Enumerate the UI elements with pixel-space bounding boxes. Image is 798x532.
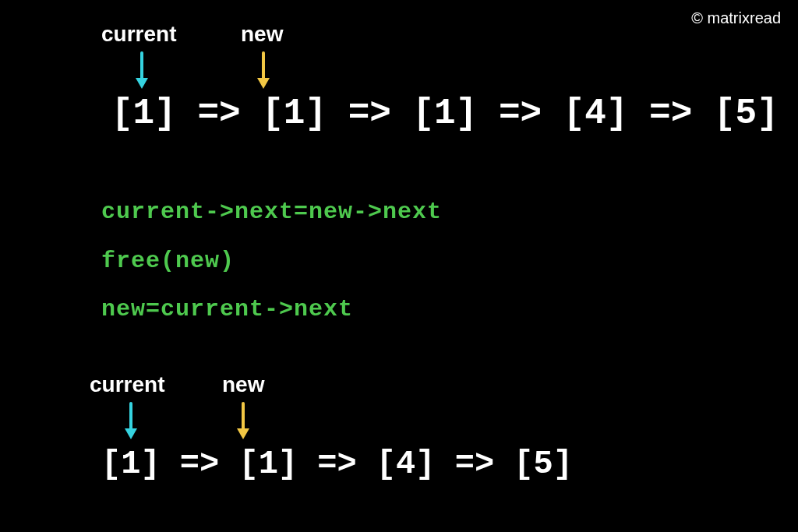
arrow-new-bottom xyxy=(234,402,252,441)
label-new-bottom: new xyxy=(222,372,264,397)
svg-marker-7 xyxy=(237,428,249,439)
label-current-top: current xyxy=(101,22,176,47)
attribution-text: © matrixread xyxy=(691,9,781,27)
linked-list-after: [1] => [1] => [4] => [5] xyxy=(101,446,573,483)
linked-list-before: [1] => [1] => [1] => [4] => [5] xyxy=(111,93,779,134)
code-line-1: current->next=new->next xyxy=(101,199,442,225)
svg-marker-5 xyxy=(125,428,137,439)
code-line-3: new=current->next xyxy=(101,296,353,322)
code-line-2: free(new) xyxy=(101,248,235,274)
arrow-current-top xyxy=(132,51,151,90)
diagram-canvas: { "attribution": "© matrixread", "labels… xyxy=(0,0,798,532)
arrow-current-bottom xyxy=(122,402,140,441)
svg-marker-3 xyxy=(257,78,270,89)
label-new-top: new xyxy=(241,22,283,47)
label-current-bottom: current xyxy=(90,372,164,397)
arrow-new-top xyxy=(254,51,273,90)
svg-marker-1 xyxy=(136,78,148,89)
